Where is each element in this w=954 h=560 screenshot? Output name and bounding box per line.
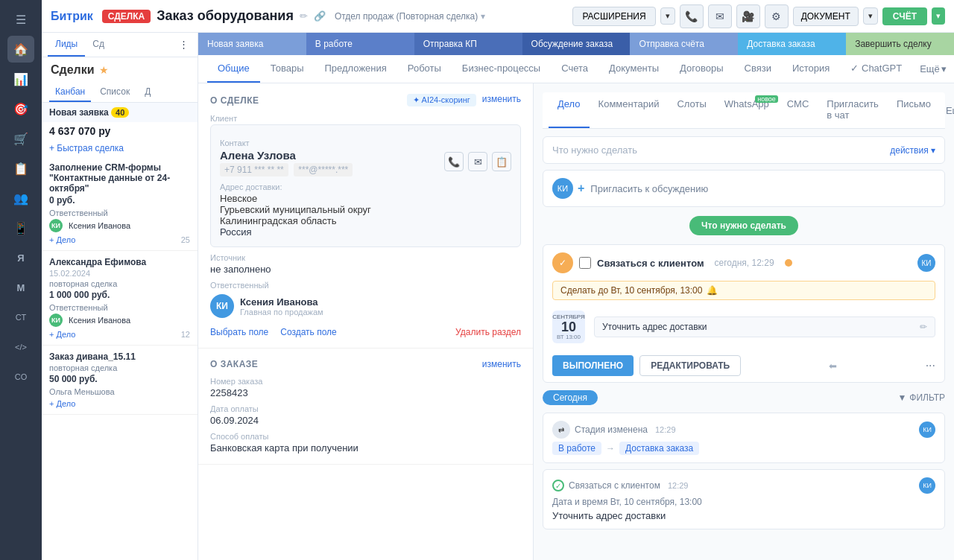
pipeline-stage-4[interactable]: Обсуждение заказа (522, 33, 631, 55)
pipeline-bar: Новая заявка В работе Отправка КП Обсужд… (198, 33, 954, 55)
create-field-link[interactable]: Создать поле (280, 327, 337, 337)
detail-tab-svyazi[interactable]: Связи (734, 55, 782, 83)
view-tab-d[interactable]: Д (139, 83, 157, 102)
sidebar-chart-icon[interactable]: 📊 (7, 66, 34, 92)
activity-checkbox[interactable] (579, 257, 591, 269)
activity-tab-sloty[interactable]: Слоты (668, 92, 715, 128)
activity-tab-whatsapp[interactable]: WhatsApp новое (716, 92, 778, 128)
address-line-1[interactable]: Невское (220, 193, 511, 204)
detail-tab-istoriya[interactable]: История (782, 55, 840, 83)
document-button[interactable]: ДОКУМЕНТ (793, 7, 859, 26)
activity-tab-invite[interactable]: Пригласить в чат (818, 92, 888, 128)
pipeline-stage-6[interactable]: Доставка заказа (738, 33, 846, 55)
detail-tab-predlozheniya[interactable]: Предложения (314, 55, 397, 83)
document-chevron-icon[interactable]: ▾ (863, 7, 878, 25)
sidebar-contacts-icon[interactable]: 👥 (7, 185, 34, 211)
address-line-2[interactable]: Гурьевский муниципальный округ (220, 204, 511, 215)
sidebar-menu-icon[interactable]: ☰ (7, 6, 34, 33)
todo-actions-link[interactable]: действия ▾ (890, 145, 935, 156)
edit-button[interactable]: РЕДАКТИРОВАТЬ (639, 355, 741, 376)
sidebar-target-icon[interactable]: 🎯 (7, 95, 34, 122)
crm-more-icon[interactable]: ⋮ (176, 33, 192, 57)
invite-plus-icon[interactable]: + (578, 182, 584, 195)
phone-icon[interactable]: 📞 (680, 4, 704, 28)
pipeline-stage-2[interactable]: В работе (306, 33, 414, 55)
sidebar-home-icon[interactable]: 🏠 (7, 36, 34, 63)
tab-sd[interactable]: Сд (85, 33, 112, 57)
detail-tab-roboty[interactable]: Роботы (397, 55, 452, 83)
deal-badge: СДЕЛКА (102, 10, 151, 23)
detail-tab-chatgpt[interactable]: ✓ ChatGPT (840, 55, 912, 83)
activity-tab-more[interactable]: Ещё ▾ (940, 92, 954, 128)
pipeline-stage-1[interactable]: Новая заявка (198, 33, 306, 55)
deal-plus-2[interactable]: + Дело (49, 330, 75, 339)
sidebar-cart-icon[interactable]: 🛒 (7, 125, 34, 152)
detail-tab-scheta[interactable]: Счета (551, 55, 598, 83)
activity-ellipsis-button[interactable]: ··· (926, 355, 935, 376)
schet-button[interactable]: СЧЁТ (882, 7, 927, 25)
sidebar-mobile-icon[interactable]: 📱 (7, 214, 34, 241)
form-section-order: О ЗАКАЗЕ изменить Номер заказа 2258423 Д… (198, 349, 533, 465)
form-panel: О СДЕЛКЕ ✦ AI24-скоринг изменить Клиент … (198, 83, 534, 560)
crm-star-icon[interactable]: ★ (99, 64, 109, 76)
sidebar-m-icon[interactable]: M (7, 274, 34, 301)
schet-chevron-icon[interactable]: ▾ (932, 7, 945, 25)
detail-tab-dogovory[interactable]: Договоры (669, 55, 733, 83)
detail-tab-more[interactable]: Ещё ▾ (912, 55, 954, 83)
deal-edit-link[interactable]: изменить (482, 94, 521, 106)
contact-phone-btn[interactable]: 📞 (444, 152, 464, 171)
расширения-button[interactable]: РАСШИРЕНИЯ (572, 7, 655, 26)
todo-area[interactable]: Что нужно сделать действия ▾ (543, 136, 945, 164)
crm-deal-card-3[interactable]: Заказ дивана_15.11 повторная сделка 50 0… (42, 346, 198, 415)
responsible-name: Ксения Иванова (240, 296, 323, 308)
bell-icon[interactable]: 🔔 (707, 285, 718, 296)
detail-tab-dokumenty[interactable]: Документы (598, 55, 669, 83)
edit-address-icon[interactable]: ✏ (920, 322, 927, 332)
tab-lidy[interactable]: Лиды (48, 33, 85, 57)
detail-tab-obshee[interactable]: Общие (207, 55, 260, 83)
order-number-label: Номер заказа (210, 377, 521, 386)
crm-deal-card-2[interactable]: Александра Ефимова 15.02.2024 повторная … (42, 251, 198, 346)
sidebar-co-icon[interactable]: CO (7, 363, 34, 390)
pick-field-link[interactable]: Выбрать поле (210, 327, 268, 337)
stage-change-title: Стадия изменена (575, 424, 648, 435)
activity-tab-delo[interactable]: Дело (549, 92, 590, 128)
sidebar-ya-icon[interactable]: Я (7, 244, 34, 271)
activity-more-button[interactable]: ⬅ (829, 355, 837, 376)
pipeline-stage-3[interactable]: Отправка КП (414, 33, 522, 55)
settings-icon[interactable]: ⚙ (765, 4, 789, 28)
sidebar-ct-icon[interactable]: CT (7, 304, 34, 331)
deal-plus-3[interactable]: + Дело (49, 399, 75, 408)
filter-button[interactable]: ▼ ФИЛЬТР (897, 392, 945, 403)
crm-deal-card-1[interactable]: Заполнение CRM-формы "Контактные данные … (42, 156, 198, 251)
sidebar-code-icon[interactable]: </> (7, 334, 34, 360)
activity-tab-pismo[interactable]: Письмо (888, 92, 940, 128)
activity-tab-sms[interactable]: СМС (778, 92, 818, 128)
email-icon[interactable]: ✉ (708, 4, 732, 28)
расширения-chevron-icon[interactable]: ▾ (660, 7, 675, 25)
detail-tab-biznes[interactable]: Бизнес-процессы (452, 55, 551, 83)
contact-email-btn[interactable]: ✉ (468, 152, 487, 171)
pipeline-stage-7[interactable]: Завершить сделку (846, 33, 954, 55)
video-icon[interactable]: 🎥 (736, 4, 760, 28)
ai-badge[interactable]: ✦ AI24-скоринг (407, 94, 476, 106)
sidebar-tasks-icon[interactable]: 📋 (7, 155, 34, 182)
contact-copy-btn[interactable]: 📋 (492, 152, 511, 171)
stage-change-item: ⇄ Стадия изменена 12:29 КИ В работе → До… (543, 413, 945, 463)
done-button[interactable]: ВЫПОЛНЕНО (552, 355, 634, 376)
address-line-3[interactable]: Калининградская область (220, 215, 511, 226)
crm-stage-amount: 4 637 070 ру (42, 122, 198, 140)
green-todo-button[interactable]: Что нужно сделать (689, 216, 798, 235)
edit-pencil-icon[interactable]: ✏ (300, 10, 308, 22)
detail-tab-tovary[interactable]: Товары (260, 55, 315, 83)
delete-section-link[interactable]: Удалить раздел (455, 327, 521, 337)
pipeline-stage-5[interactable]: Отправка счёта (630, 33, 738, 55)
invite-text[interactable]: Пригласить к обсуждению (590, 183, 708, 194)
view-tab-list[interactable]: Список (94, 83, 136, 102)
deal-plus-1[interactable]: + Дело (49, 235, 75, 244)
link-icon[interactable]: 🔗 (314, 10, 326, 22)
view-tab-kanban[interactable]: Канбан (49, 83, 91, 102)
crm-add-btn[interactable]: + Быстрая сделка (42, 140, 198, 156)
activity-tab-komment[interactable]: Комментарий (590, 92, 669, 128)
order-edit-link[interactable]: изменить (482, 359, 521, 369)
